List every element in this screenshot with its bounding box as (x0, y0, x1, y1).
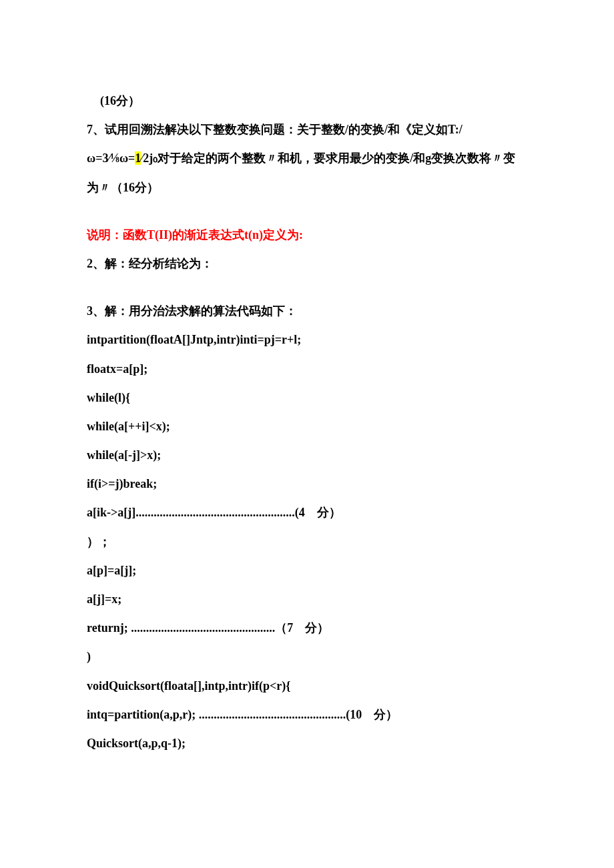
question-7: 7、试用回溯法解决以下整数变换问题：关于整数/的变换/和《定义如T:/ω=3⁄⅛… (87, 115, 527, 202)
code-line-2: floatx=a[p]; (87, 355, 527, 384)
code-line-11: returnj; ...............................… (87, 614, 527, 642)
code-line-9: a[p]=a[j]; (87, 556, 527, 585)
code-line-4: while(a[++i]<x); (87, 412, 527, 441)
explanation-title: 说明：函数T(II)的渐近表达式t(n)定义为: (87, 221, 527, 250)
code-line-8: ）； (87, 528, 527, 556)
code-line-12: ) (87, 642, 527, 671)
code-line-6: if(i>=j)break; (87, 470, 527, 498)
answer-3-title: 3、解：用分治法求解的算法代码如下： (87, 297, 527, 326)
code-line-15: Quicksort(a,p,q-1); (87, 729, 527, 758)
code-line-3: while(l){ (87, 384, 527, 412)
answer-2: 2、解：经分析结论为： (87, 250, 527, 278)
spacer (87, 202, 527, 221)
document-page: (16分） 7、试用回溯法解决以下整数变换问题：关于整数/的变换/和《定义如T:… (87, 87, 527, 758)
code-line-1: intpartition(floatA[]Jntp,intr)inti=pj=r… (87, 326, 527, 354)
code-line-13: voidQuicksort(floata[],intp,intr)if(p<r)… (87, 672, 527, 701)
code-line-14: intq=partition(a,p,r); .................… (87, 701, 527, 729)
q7-part2: ∕2j₀对于给定的两个整数〃和机，要求用最少的变换/和g变换次数将〃变为〃（16… (87, 151, 515, 193)
score-note: (16分） (87, 87, 527, 115)
code-line-7: a[ik->a[j]..............................… (87, 498, 527, 527)
code-line-10: a[j]=x; (87, 585, 527, 614)
highlighted-char: 1 (135, 151, 141, 165)
code-line-5: while(a[-j]>x); (87, 441, 527, 470)
spacer (87, 278, 527, 297)
